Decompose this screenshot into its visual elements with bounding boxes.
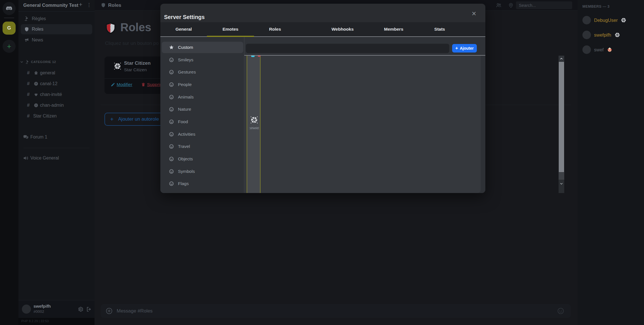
category-label: CATEGORIE 12: [31, 60, 56, 64]
emote-label: :shield:: [247, 126, 261, 130]
sidebar-item-chan-invite[interactable]: # chan-invité: [21, 89, 92, 100]
scroll-down-button[interactable]: [559, 180, 564, 193]
emoji-category-people[interactable]: People: [162, 79, 243, 90]
category-label: Gestures: [178, 70, 196, 75]
search-input[interactable]: [516, 1, 572, 9]
member-name: swefpifh: [594, 32, 611, 38]
sidebar-item-canal-12[interactable]: # ? canal-12: [21, 79, 92, 89]
category-label: Travel: [178, 144, 190, 149]
tab-roles[interactable]: Roles: [269, 27, 281, 32]
members-sidebar: MEMBERS — 3 DebugUser swefpifh swef: [578, 0, 644, 325]
user-discriminator: #0002: [33, 309, 44, 314]
add-emote-label: Ajouter: [460, 46, 474, 51]
pin-icon[interactable]: [508, 3, 514, 8]
home-button[interactable]: [3, 2, 16, 15]
avatar: [582, 31, 591, 39]
sidebar-item-news[interactable]: News: [21, 35, 92, 45]
scrollbar-thumb[interactable]: [559, 62, 564, 172]
heart-icon: [34, 92, 38, 97]
pinwheel-emote-icon: [621, 17, 626, 23]
server-rail: G +: [0, 0, 18, 325]
sidebar-item-forum-1[interactable]: Forum 1: [21, 132, 92, 142]
emoji-category-custom[interactable]: Custom: [162, 42, 243, 53]
trash-icon: [141, 82, 146, 87]
emoji-category-smileys[interactable]: Smileys: [162, 54, 243, 66]
server-name[interactable]: General Community Test: [23, 3, 79, 8]
scrollbar[interactable]: [559, 56, 564, 193]
runtime-info: PHP 8.2.29 | 22:53: [21, 319, 49, 323]
category-label: People: [178, 82, 192, 87]
emoji-category-objects[interactable]: Objects: [162, 153, 243, 165]
attach-plus-icon[interactable]: [106, 307, 113, 314]
page-title: Roles: [120, 21, 151, 34]
edit-label: Modifier: [117, 82, 132, 87]
sidebar-item-roles[interactable]: Roles: [21, 24, 92, 34]
emoji-category-food[interactable]: Food: [162, 116, 243, 127]
sidebar-divider: [18, 11, 95, 12]
pinwheel-emote-icon: [114, 62, 121, 70]
smiley-icon: [169, 144, 174, 149]
category-label: Flags: [178, 181, 189, 186]
members-icon[interactable]: [496, 2, 502, 9]
discord-logo-icon: [5, 5, 13, 12]
sidebar-item-regles[interactable]: Règles: [21, 14, 92, 24]
smiley-icon: [169, 57, 174, 62]
pinwheel-emote-icon: [614, 32, 620, 38]
smiley-icon: [169, 119, 174, 124]
tab-members[interactable]: Members: [384, 27, 403, 32]
megaphone-icon: [24, 37, 29, 43]
hash-icon: #: [27, 92, 32, 97]
server-menu-icon[interactable]: ⋮: [87, 2, 91, 8]
emoji-category-gestures[interactable]: Gestures: [162, 66, 243, 78]
emote-column: :shield:: [247, 56, 261, 193]
emoji-category-nature[interactable]: Nature: [162, 104, 243, 115]
member-row[interactable]: swef: [582, 45, 641, 54]
gear-icon[interactable]: [77, 306, 83, 312]
emoji-category-flags[interactable]: Flags: [162, 178, 243, 189]
emoji-category-symbols[interactable]: Symbols: [162, 166, 243, 177]
scroll-up-button[interactable]: [559, 56, 564, 62]
message-input[interactable]: [117, 306, 537, 316]
category-label: Activities: [178, 132, 195, 137]
logout-icon[interactable]: [86, 306, 92, 312]
category-label: Objects: [178, 156, 193, 162]
emote-cell-shield[interactable]: :shield:: [247, 116, 261, 130]
sidebar-item-general[interactable]: # general: [21, 68, 92, 78]
emoji-picker-icon[interactable]: [557, 307, 564, 314]
channel-label: News: [32, 37, 43, 43]
hash-icon: #: [27, 81, 32, 87]
tab-emotes[interactable]: Emotes: [223, 27, 238, 32]
tab-general[interactable]: General: [175, 27, 192, 32]
add-server-button[interactable]: +: [3, 40, 16, 53]
sidebar-item-voice-general[interactable]: Voice General: [21, 153, 92, 163]
emote-name-input[interactable]: [246, 44, 449, 53]
category-categorie-12[interactable]: CATEGORIE 12: [18, 58, 95, 65]
shield-icon: [24, 27, 29, 32]
hash-icon: #: [27, 113, 32, 119]
clipped-emote: [251, 56, 255, 57]
smiley-icon: [169, 132, 174, 137]
tab-stats[interactable]: Stats: [434, 27, 445, 32]
smiley-icon: [169, 95, 174, 100]
emoji-category-travel[interactable]: Travel: [162, 141, 243, 152]
star-icon: [169, 45, 174, 50]
edit-role-link[interactable]: Modifier: [111, 82, 132, 87]
category-label: Custom: [178, 45, 193, 50]
server-icon-general-community[interactable]: G: [3, 22, 16, 35]
channel-label: general: [40, 70, 55, 76]
add-emote-button[interactable]: + Ajouter: [452, 44, 477, 53]
member-row[interactable]: DebugUser: [582, 15, 641, 25]
emoji-category-activities[interactable]: Activities: [162, 129, 243, 140]
sidebar-item-chan-admin[interactable]: # i chan-admin: [21, 100, 92, 110]
category-label: Smileys: [178, 57, 193, 62]
category-label: Nature: [178, 107, 191, 112]
tab-webhooks[interactable]: Webhooks: [332, 27, 354, 32]
modal-tab-bar: General Emotes Roles Webhooks Members St…: [160, 22, 485, 37]
modal-title: Server Settings: [164, 14, 205, 20]
server-add-icon[interactable]: +: [79, 1, 82, 8]
emoji-category-animals[interactable]: Animals: [162, 91, 243, 103]
member-row[interactable]: swefpifh: [582, 30, 641, 40]
category-label: Symbols: [178, 169, 195, 174]
close-icon[interactable]: ×: [472, 10, 476, 18]
sidebar-item-star-citizen[interactable]: # Star Citizen: [21, 111, 92, 121]
